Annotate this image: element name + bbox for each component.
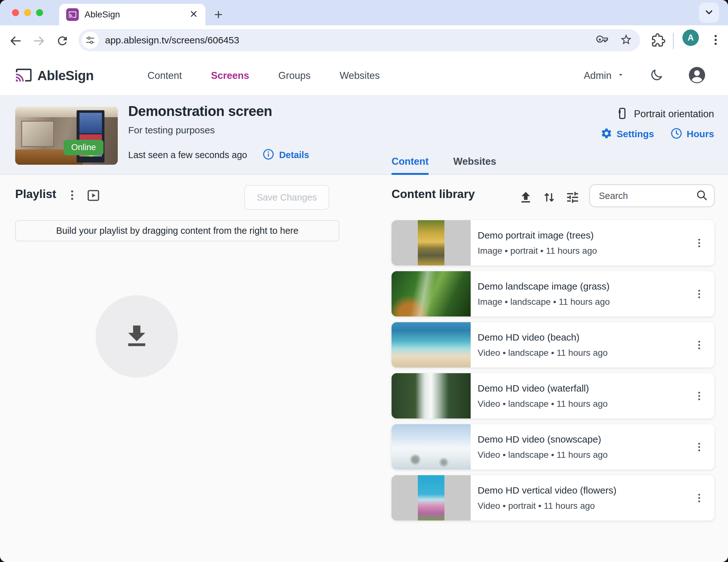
- extensions-puzzle-icon[interactable]: [651, 33, 665, 48]
- item-menu-kebab-icon[interactable]: [693, 441, 705, 453]
- playlist-menu-kebab-icon[interactable]: [66, 189, 78, 201]
- item-meta: Video • landscape • 11 hours ago: [478, 348, 693, 358]
- nav-item-content[interactable]: Content: [147, 70, 182, 81]
- zoom-window-button[interactable]: [36, 9, 43, 16]
- cast-logo-icon: [15, 66, 32, 85]
- phone-portrait-icon: [616, 107, 629, 121]
- brand-name: AbleSign: [37, 68, 94, 83]
- filter-icon[interactable]: [565, 190, 580, 205]
- forward-button[interactable]: [32, 34, 46, 48]
- browser-tab[interactable]: AbleSign: [59, 4, 205, 25]
- caret-down-icon: [617, 70, 625, 81]
- item-menu-kebab-icon[interactable]: [693, 339, 705, 351]
- tab-title: AbleSign: [85, 9, 189, 20]
- main-nav: Content Screens Groups Websites: [147, 70, 380, 81]
- item-meta: Image • portrait • 11 hours ago: [478, 246, 693, 256]
- site-settings-icon[interactable]: [82, 32, 99, 49]
- moon-icon: [650, 78, 663, 83]
- library-item[interactable]: Demo HD video (snowscape) Video • landsc…: [392, 424, 714, 470]
- url-text[interactable]: app.ablesign.tv/screens/606453: [105, 35, 596, 46]
- admin-label: Admin: [584, 70, 612, 81]
- item-menu-kebab-icon[interactable]: [693, 492, 705, 504]
- minimize-window-button[interactable]: [24, 9, 31, 16]
- screen-subtitle: For testing purposes: [128, 125, 215, 136]
- thumbnail-snowscape: [392, 424, 471, 470]
- settings-button[interactable]: Settings: [600, 127, 654, 141]
- settings-label: Settings: [617, 129, 654, 139]
- item-title: Demo portrait image (trees): [478, 230, 693, 241]
- password-key-icon[interactable]: [596, 33, 609, 47]
- new-tab-button[interactable]: [211, 7, 226, 22]
- screen-photo: Online: [15, 107, 118, 165]
- item-title: Demo landscape image (grass): [478, 281, 693, 292]
- browser-tabstrip: AbleSign: [0, 0, 728, 25]
- library-item[interactable]: Demo HD vertical video (flowers) Video •…: [392, 475, 714, 521]
- item-title: Demo HD video (waterfall): [478, 383, 693, 394]
- browser-menu-kebab-icon[interactable]: [709, 33, 722, 48]
- preview-playlist-icon[interactable]: [86, 188, 101, 203]
- nav-item-screens[interactable]: Screens: [211, 70, 249, 81]
- browser-toolbar: app.ablesign.tv/screens/606453 A: [0, 25, 728, 56]
- window-controls: [12, 9, 43, 16]
- empty-playlist-dropzone[interactable]: [96, 295, 178, 378]
- browser-profile-avatar[interactable]: A: [682, 29, 699, 46]
- photo-mirror: [21, 121, 54, 147]
- item-title: Demo HD video (beach): [478, 332, 693, 343]
- back-button[interactable]: [8, 34, 23, 48]
- library-item[interactable]: Demo landscape image (grass) Image • lan…: [392, 271, 714, 317]
- item-title: Demo HD video (snowscape): [478, 434, 693, 445]
- library-item[interactable]: Demo portrait image (trees) Image • port…: [392, 220, 714, 265]
- bookmark-star-icon[interactable]: [620, 33, 632, 47]
- hours-button[interactable]: Hours: [670, 127, 714, 141]
- tab-search-button[interactable]: [699, 3, 719, 23]
- item-menu-kebab-icon[interactable]: [693, 390, 705, 402]
- library-item[interactable]: Demo HD video (waterfall) Video • landsc…: [392, 373, 714, 419]
- thumbnail-waterfall: [392, 373, 471, 419]
- details-label: Details: [279, 150, 309, 160]
- app-header: AbleSign Content Screens Groups Websites…: [0, 56, 728, 95]
- library-search[interactable]: [589, 184, 715, 207]
- upload-icon[interactable]: [518, 190, 533, 205]
- orientation-label: Portrait orientation: [634, 108, 714, 120]
- browser-window: AbleSign app.ablesign.tv/sc: [0, 0, 728, 562]
- library-heading: Content library: [392, 187, 475, 201]
- profile-initial: A: [687, 33, 694, 43]
- thumbnail-trees: [392, 220, 471, 265]
- nav-item-groups[interactable]: Groups: [278, 70, 311, 81]
- tab-websites[interactable]: Websites: [453, 156, 496, 175]
- tab-close-icon[interactable]: [189, 9, 198, 20]
- info-icon: [262, 148, 274, 161]
- last-seen-text: Last seen a few seconds ago: [128, 150, 247, 160]
- save-changes-button[interactable]: Save Changes: [244, 185, 329, 210]
- page-title: Demonstration screen: [128, 103, 272, 119]
- close-window-button[interactable]: [12, 9, 19, 16]
- main-content: Playlist Save Changes Build your playlis…: [0, 175, 728, 562]
- download-icon: [122, 321, 151, 352]
- sort-icon[interactable]: [542, 190, 556, 205]
- status-badge: Online: [64, 140, 104, 155]
- search-icon[interactable]: [696, 189, 708, 202]
- address-bar[interactable]: app.ablesign.tv/screens/606453: [78, 29, 640, 51]
- dark-mode-toggle[interactable]: [650, 68, 663, 83]
- tab-content[interactable]: Content: [392, 156, 429, 175]
- item-menu-kebab-icon[interactable]: [693, 237, 705, 249]
- library-item[interactable]: Demo HD video (beach) Video • landscape …: [392, 322, 714, 368]
- brand-logo[interactable]: AbleSign: [15, 66, 94, 85]
- item-meta: Video • landscape • 11 hours ago: [478, 450, 693, 460]
- cast-icon: [66, 8, 79, 21]
- search-input[interactable]: [598, 190, 696, 201]
- user-avatar[interactable]: [688, 66, 706, 85]
- item-meta: Video • portrait • 11 hours ago: [478, 501, 693, 511]
- screen-info-band: Online Demonstration screen For testing …: [0, 95, 728, 175]
- gear-icon: [600, 127, 612, 141]
- content-library-list: Demo portrait image (trees) Image • port…: [392, 220, 714, 521]
- reload-button[interactable]: [55, 34, 70, 48]
- item-meta: Video • landscape • 11 hours ago: [478, 399, 693, 409]
- item-menu-kebab-icon[interactable]: [693, 288, 705, 300]
- thumbnail-beach: [392, 322, 471, 368]
- nav-item-websites[interactable]: Websites: [340, 70, 380, 81]
- thumbnail-grass: [392, 271, 471, 317]
- content-websites-tabs: Content Websites: [392, 156, 496, 175]
- details-link[interactable]: Details: [262, 148, 309, 161]
- admin-dropdown[interactable]: Admin: [584, 70, 625, 81]
